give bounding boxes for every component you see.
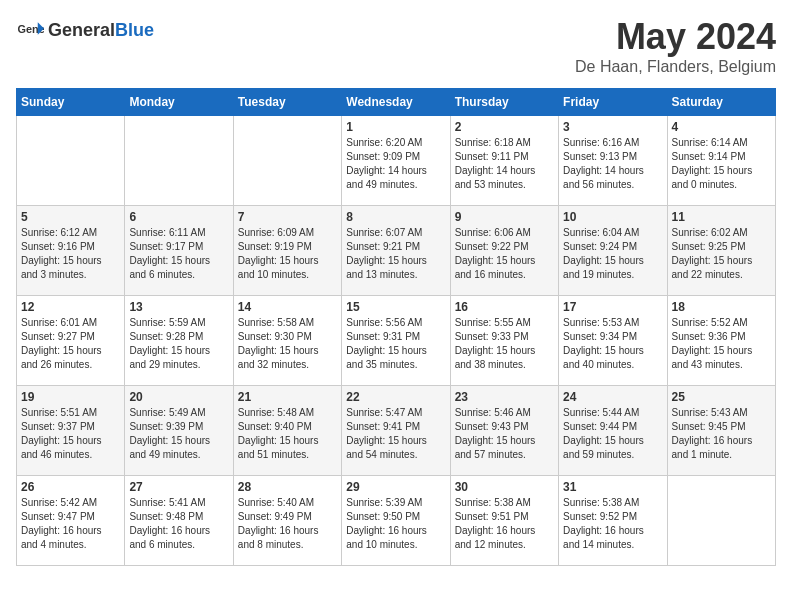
- day-info: Sunrise: 5:55 AM Sunset: 9:33 PM Dayligh…: [455, 316, 554, 372]
- day-number: 29: [346, 480, 445, 494]
- calendar-day-10: 10Sunrise: 6:04 AM Sunset: 9:24 PM Dayli…: [559, 206, 667, 296]
- calendar-empty-cell: [125, 116, 233, 206]
- calendar-day-4: 4Sunrise: 6:14 AM Sunset: 9:14 PM Daylig…: [667, 116, 775, 206]
- day-info: Sunrise: 5:44 AM Sunset: 9:44 PM Dayligh…: [563, 406, 662, 462]
- day-number: 8: [346, 210, 445, 224]
- day-info: Sunrise: 6:02 AM Sunset: 9:25 PM Dayligh…: [672, 226, 771, 282]
- day-number: 27: [129, 480, 228, 494]
- calendar-day-7: 7Sunrise: 6:09 AM Sunset: 9:19 PM Daylig…: [233, 206, 341, 296]
- day-number: 15: [346, 300, 445, 314]
- calendar-day-22: 22Sunrise: 5:47 AM Sunset: 9:41 PM Dayli…: [342, 386, 450, 476]
- day-info: Sunrise: 6:09 AM Sunset: 9:19 PM Dayligh…: [238, 226, 337, 282]
- calendar-day-17: 17Sunrise: 5:53 AM Sunset: 9:34 PM Dayli…: [559, 296, 667, 386]
- calendar-day-16: 16Sunrise: 5:55 AM Sunset: 9:33 PM Dayli…: [450, 296, 558, 386]
- calendar-week-row: 1Sunrise: 6:20 AM Sunset: 9:09 PM Daylig…: [17, 116, 776, 206]
- day-info: Sunrise: 5:47 AM Sunset: 9:41 PM Dayligh…: [346, 406, 445, 462]
- calendar-title: May 2024: [575, 16, 776, 58]
- weekday-header-thursday: Thursday: [450, 89, 558, 116]
- weekday-header-monday: Monday: [125, 89, 233, 116]
- day-info: Sunrise: 6:12 AM Sunset: 9:16 PM Dayligh…: [21, 226, 120, 282]
- calendar-day-30: 30Sunrise: 5:38 AM Sunset: 9:51 PM Dayli…: [450, 476, 558, 566]
- day-info: Sunrise: 6:06 AM Sunset: 9:22 PM Dayligh…: [455, 226, 554, 282]
- calendar-day-28: 28Sunrise: 5:40 AM Sunset: 9:49 PM Dayli…: [233, 476, 341, 566]
- day-number: 9: [455, 210, 554, 224]
- day-info: Sunrise: 6:11 AM Sunset: 9:17 PM Dayligh…: [129, 226, 228, 282]
- calendar-day-12: 12Sunrise: 6:01 AM Sunset: 9:27 PM Dayli…: [17, 296, 125, 386]
- calendar-week-row: 19Sunrise: 5:51 AM Sunset: 9:37 PM Dayli…: [17, 386, 776, 476]
- day-number: 26: [21, 480, 120, 494]
- calendar-day-8: 8Sunrise: 6:07 AM Sunset: 9:21 PM Daylig…: [342, 206, 450, 296]
- calendar-title-area: May 2024 De Haan, Flanders, Belgium: [575, 16, 776, 76]
- weekday-header-sunday: Sunday: [17, 89, 125, 116]
- calendar-day-9: 9Sunrise: 6:06 AM Sunset: 9:22 PM Daylig…: [450, 206, 558, 296]
- generalblue-logo-icon: General: [16, 16, 44, 44]
- calendar-day-24: 24Sunrise: 5:44 AM Sunset: 9:44 PM Dayli…: [559, 386, 667, 476]
- calendar-day-29: 29Sunrise: 5:39 AM Sunset: 9:50 PM Dayli…: [342, 476, 450, 566]
- calendar-week-row: 26Sunrise: 5:42 AM Sunset: 9:47 PM Dayli…: [17, 476, 776, 566]
- day-info: Sunrise: 5:41 AM Sunset: 9:48 PM Dayligh…: [129, 496, 228, 552]
- day-number: 14: [238, 300, 337, 314]
- weekday-header-saturday: Saturday: [667, 89, 775, 116]
- calendar-day-3: 3Sunrise: 6:16 AM Sunset: 9:13 PM Daylig…: [559, 116, 667, 206]
- day-info: Sunrise: 6:20 AM Sunset: 9:09 PM Dayligh…: [346, 136, 445, 192]
- day-info: Sunrise: 5:49 AM Sunset: 9:39 PM Dayligh…: [129, 406, 228, 462]
- calendar-day-25: 25Sunrise: 5:43 AM Sunset: 9:45 PM Dayli…: [667, 386, 775, 476]
- calendar-body: 1Sunrise: 6:20 AM Sunset: 9:09 PM Daylig…: [17, 116, 776, 566]
- day-info: Sunrise: 5:39 AM Sunset: 9:50 PM Dayligh…: [346, 496, 445, 552]
- day-number: 7: [238, 210, 337, 224]
- day-number: 3: [563, 120, 662, 134]
- calendar-day-23: 23Sunrise: 5:46 AM Sunset: 9:43 PM Dayli…: [450, 386, 558, 476]
- page-header: General General Blue May 2024 De Haan, F…: [16, 16, 776, 76]
- calendar-day-20: 20Sunrise: 5:49 AM Sunset: 9:39 PM Dayli…: [125, 386, 233, 476]
- logo-blue-text: Blue: [115, 20, 154, 41]
- day-info: Sunrise: 6:14 AM Sunset: 9:14 PM Dayligh…: [672, 136, 771, 192]
- day-number: 6: [129, 210, 228, 224]
- day-info: Sunrise: 5:59 AM Sunset: 9:28 PM Dayligh…: [129, 316, 228, 372]
- day-info: Sunrise: 5:42 AM Sunset: 9:47 PM Dayligh…: [21, 496, 120, 552]
- day-info: Sunrise: 5:43 AM Sunset: 9:45 PM Dayligh…: [672, 406, 771, 462]
- day-number: 18: [672, 300, 771, 314]
- day-number: 23: [455, 390, 554, 404]
- calendar-week-row: 5Sunrise: 6:12 AM Sunset: 9:16 PM Daylig…: [17, 206, 776, 296]
- day-number: 24: [563, 390, 662, 404]
- day-info: Sunrise: 5:40 AM Sunset: 9:49 PM Dayligh…: [238, 496, 337, 552]
- day-number: 19: [21, 390, 120, 404]
- weekday-header-wednesday: Wednesday: [342, 89, 450, 116]
- day-number: 13: [129, 300, 228, 314]
- calendar-day-14: 14Sunrise: 5:58 AM Sunset: 9:30 PM Dayli…: [233, 296, 341, 386]
- day-info: Sunrise: 6:07 AM Sunset: 9:21 PM Dayligh…: [346, 226, 445, 282]
- day-number: 2: [455, 120, 554, 134]
- day-number: 1: [346, 120, 445, 134]
- calendar-day-6: 6Sunrise: 6:11 AM Sunset: 9:17 PM Daylig…: [125, 206, 233, 296]
- day-number: 5: [21, 210, 120, 224]
- calendar-header: SundayMondayTuesdayWednesdayThursdayFrid…: [17, 89, 776, 116]
- weekday-header-tuesday: Tuesday: [233, 89, 341, 116]
- calendar-day-31: 31Sunrise: 5:38 AM Sunset: 9:52 PM Dayli…: [559, 476, 667, 566]
- calendar-subtitle: De Haan, Flanders, Belgium: [575, 58, 776, 76]
- weekday-row: SundayMondayTuesdayWednesdayThursdayFrid…: [17, 89, 776, 116]
- day-info: Sunrise: 5:52 AM Sunset: 9:36 PM Dayligh…: [672, 316, 771, 372]
- day-number: 17: [563, 300, 662, 314]
- day-number: 28: [238, 480, 337, 494]
- calendar-day-13: 13Sunrise: 5:59 AM Sunset: 9:28 PM Dayli…: [125, 296, 233, 386]
- calendar-day-11: 11Sunrise: 6:02 AM Sunset: 9:25 PM Dayli…: [667, 206, 775, 296]
- day-number: 12: [21, 300, 120, 314]
- logo: General General Blue: [16, 16, 154, 44]
- day-number: 25: [672, 390, 771, 404]
- day-number: 16: [455, 300, 554, 314]
- day-number: 22: [346, 390, 445, 404]
- day-info: Sunrise: 5:56 AM Sunset: 9:31 PM Dayligh…: [346, 316, 445, 372]
- day-info: Sunrise: 5:38 AM Sunset: 9:52 PM Dayligh…: [563, 496, 662, 552]
- day-number: 10: [563, 210, 662, 224]
- calendar-table: SundayMondayTuesdayWednesdayThursdayFrid…: [16, 88, 776, 566]
- weekday-header-friday: Friday: [559, 89, 667, 116]
- day-number: 11: [672, 210, 771, 224]
- logo-general-text: General: [48, 20, 115, 41]
- day-number: 31: [563, 480, 662, 494]
- day-number: 4: [672, 120, 771, 134]
- day-info: Sunrise: 5:46 AM Sunset: 9:43 PM Dayligh…: [455, 406, 554, 462]
- day-info: Sunrise: 5:58 AM Sunset: 9:30 PM Dayligh…: [238, 316, 337, 372]
- day-info: Sunrise: 5:48 AM Sunset: 9:40 PM Dayligh…: [238, 406, 337, 462]
- day-info: Sunrise: 6:04 AM Sunset: 9:24 PM Dayligh…: [563, 226, 662, 282]
- calendar-day-19: 19Sunrise: 5:51 AM Sunset: 9:37 PM Dayli…: [17, 386, 125, 476]
